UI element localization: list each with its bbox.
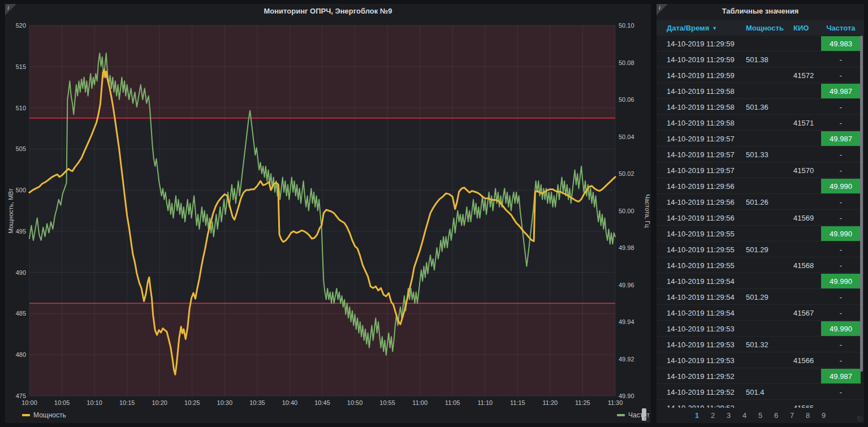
x-tick: 10:00: [21, 399, 37, 406]
table-row: 14-10-2019 11:29:5749.987: [657, 131, 864, 146]
y-left-axis-title: Мощность, МВт: [7, 188, 14, 234]
x-tick: 10:55: [379, 399, 395, 406]
cell-frequency: -: [821, 258, 861, 273]
cell-frequency: 49.990: [821, 179, 861, 193]
x-tick: 10:50: [347, 399, 363, 406]
x-tick: 10:40: [282, 399, 298, 406]
cell-frequency: -: [821, 385, 861, 399]
pagination-page-2[interactable]: 2: [705, 411, 721, 420]
pagination-page-4[interactable]: 4: [737, 411, 753, 420]
table-row: 14-10-2019 11:29:5949.983: [657, 36, 864, 51]
table-row: 14-10-2019 11:29:5349.990: [657, 321, 864, 337]
cell-datetime: 14-10-2019 11:29:52: [657, 388, 741, 396]
frequency-series-color-icon: [617, 414, 625, 416]
cell-frequency: 49.987: [821, 84, 861, 98]
x-tick: 10:30: [217, 399, 233, 406]
pagination-page-7[interactable]: 7: [784, 411, 800, 420]
y-left-tick: 475: [16, 393, 26, 399]
x-tick: 10:25: [184, 399, 200, 406]
panel-info-icon[interactable]: i: [5, 4, 16, 15]
cell-power: 501.26: [741, 198, 789, 206]
column-header-kio[interactable]: КИО: [789, 24, 821, 32]
table-row: 14-10-2019 11:29:5649.990: [657, 178, 864, 194]
cell-datetime: 14-10-2019 11:29:58: [657, 103, 741, 111]
column-header-freq[interactable]: Частота: [821, 24, 861, 32]
cell-frequency: 49.990: [821, 226, 861, 241]
y-right-tick: 49.94: [619, 318, 634, 325]
pagination-page-3[interactable]: 3: [721, 411, 737, 420]
cell-power: 501.33: [741, 150, 789, 159]
cell-datetime: 14-10-2019 11:29:52: [657, 372, 741, 381]
table-pagination: 123456789: [657, 411, 864, 420]
pagination-page-8[interactable]: 8: [800, 411, 816, 420]
y-right-axis-title: Частота, Гц: [644, 194, 651, 228]
table-row: 14-10-2019 11:29:59501.38-: [657, 51, 864, 67]
y-left-tick: 520: [16, 22, 26, 29]
cell-kio: 41569: [789, 214, 821, 222]
cell-kio: 41565: [789, 404, 821, 408]
table-row: 14-10-2019 11:29:56501.26-: [657, 194, 864, 210]
x-tick: 11:25: [575, 399, 590, 406]
table-row: 14-10-2019 11:29:5441567-: [657, 305, 864, 321]
cell-datetime: 14-10-2019 11:29:56: [657, 182, 741, 191]
table-row: 14-10-2019 11:29:5541568-: [657, 257, 864, 273]
panel-info-icon[interactable]: i: [657, 4, 668, 15]
pagination-page-6[interactable]: 6: [768, 411, 784, 420]
legend-item-power[interactable]: Мощность: [22, 409, 66, 421]
pagination-page-5[interactable]: 5: [753, 411, 768, 420]
cell-frequency: -: [821, 147, 861, 162]
table-row: 14-10-2019 11:29:5941572-: [657, 67, 864, 83]
x-tick: 10:35: [249, 399, 265, 406]
pagination-page-9[interactable]: 9: [816, 411, 832, 420]
x-tick: 11:05: [445, 399, 460, 406]
table-row: 14-10-2019 11:29:53501.32-: [657, 337, 864, 352]
pagination-page-1[interactable]: 1: [689, 411, 705, 420]
cell-datetime: 14-10-2019 11:29:55: [657, 230, 741, 238]
cell-power: 501.32: [741, 340, 789, 349]
cell-frequency: -: [821, 163, 861, 178]
table-header-row: Дата/Время▼ Мощность КИО Частота: [657, 20, 864, 36]
y-right-tick: 50.04: [619, 133, 634, 140]
cell-datetime: 14-10-2019 11:29:58: [657, 119, 741, 127]
column-header-power[interactable]: Мощность: [741, 24, 789, 32]
x-tick: 11:20: [543, 399, 558, 406]
x-tick: 11:15: [510, 399, 525, 406]
table-scrollbar[interactable]: [860, 36, 863, 372]
table-row: 14-10-2019 11:29:57501.33-: [657, 146, 864, 162]
cell-frequency: -: [821, 305, 861, 320]
y-left-tick: 485: [16, 310, 26, 317]
x-tick: 10:20: [152, 399, 167, 406]
y-right-tick: 50.00: [619, 208, 634, 214]
cell-datetime: 14-10-2019 11:29:52: [657, 404, 741, 408]
cell-datetime: 14-10-2019 11:29:54: [657, 309, 741, 317]
y-right-tick: 49.90: [619, 393, 634, 399]
cell-frequency: 49.983: [821, 36, 861, 51]
table-row: 14-10-2019 11:29:5641569-: [657, 210, 864, 226]
panel-resize-handle[interactable]: [644, 416, 650, 422]
table-row: 14-10-2019 11:29:58501.36-: [657, 99, 864, 115]
table-row: 14-10-2019 11:29:5241565-: [657, 400, 864, 408]
cell-datetime: 14-10-2019 11:29:57: [657, 150, 741, 159]
info-icon: i: [7, 4, 9, 11]
y-right-tick: 50.02: [619, 170, 634, 177]
column-header-datetime[interactable]: Дата/Время▼: [657, 24, 741, 32]
table-row: 14-10-2019 11:29:5849.987: [657, 83, 864, 99]
y-left-tick: 515: [16, 63, 26, 70]
cell-datetime: 14-10-2019 11:29:59: [657, 40, 741, 48]
power-series-color-icon: [22, 414, 30, 416]
table-panel-title[interactable]: Табличные значения: [657, 4, 864, 19]
time-series-chart[interactable]: 52051551050550049549048548047550.1050.08…: [5, 4, 651, 410]
table-row: 14-10-2019 11:29:5841571-: [657, 115, 864, 131]
cell-frequency: 49.990: [821, 274, 861, 288]
cell-power: 501.38: [741, 55, 789, 64]
cell-datetime: 14-10-2019 11:29:59: [657, 71, 741, 80]
table-body: 14-10-2019 11:29:5949.98314-10-2019 11:2…: [657, 36, 864, 408]
cell-frequency: -: [821, 210, 861, 225]
cell-power: 501.29: [741, 293, 789, 301]
table-row: 14-10-2019 11:29:54501.29-: [657, 289, 864, 305]
table-row: 14-10-2019 11:29:52501.4-: [657, 384, 864, 400]
cell-kio: 41571: [789, 119, 821, 127]
table-row: 14-10-2019 11:29:5449.990: [657, 273, 864, 289]
cell-datetime: 14-10-2019 11:29:53: [657, 340, 741, 349]
panel-resize-handle[interactable]: [857, 416, 863, 422]
